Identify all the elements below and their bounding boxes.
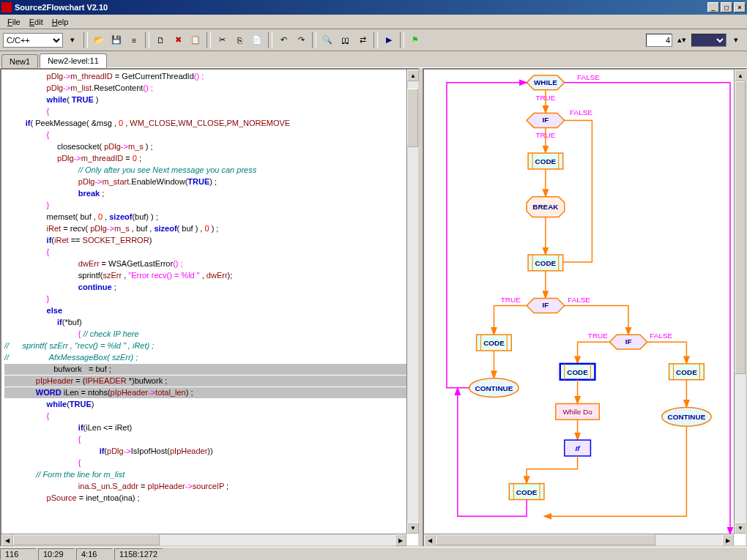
menu-edit[interactable]: Edit [25,16,48,28]
redo-icon[interactable]: ↷ [293,32,309,48]
svg-text:IF: IF [543,301,549,309]
tab-new1[interactable]: New1 [1,54,38,68]
copy-icon[interactable]: ⎘ [231,32,248,48]
workspace: pDlg->m_threadID = GetCurrentThreadId() … [0,67,747,547]
paste2-icon[interactable]: 📄 [249,32,265,48]
scroll-down-icon[interactable]: ▼ [407,522,419,534]
svg-text:CODE: CODE [535,259,557,267]
svg-text:FALSE: FALSE [650,332,672,340]
menu-help[interactable]: Help [48,16,73,28]
flag-icon[interactable]: ⚑ [407,32,423,48]
tab-new2[interactable]: New2-level:11 [40,53,107,68]
new-icon[interactable]: 🗋 [152,32,168,48]
close-button[interactable]: × [734,2,746,12]
tab-bar: New1 New2-level:11 [0,51,747,67]
scroll-right-icon[interactable]: ▶ [722,534,734,546]
svg-text:FALSE: FALSE [568,296,590,304]
flow-hscroll[interactable]: ◀ ▶ [424,534,734,545]
scroll-left-icon[interactable]: ◀ [424,534,436,546]
language-select[interactable]: C/C++ [3,33,63,48]
find-next-icon[interactable]: 🕮 [337,32,353,48]
flow-vscroll[interactable]: ▲ ▼ [734,70,746,534]
undo-icon[interactable]: ↶ [275,32,291,48]
scroll-right-icon[interactable]: ▶ [395,534,406,546]
code-vscroll[interactable]: ▲ ▼ [406,70,418,534]
maximize-button[interactable]: □ [721,2,732,12]
menu-file[interactable]: File [3,16,25,28]
svg-text:CONTINUE: CONTINUE [475,384,513,392]
play-icon[interactable]: ▶ [381,32,397,48]
scroll-up-icon[interactable]: ▲ [407,70,419,81]
svg-text:WHILE: WHILE [534,78,557,86]
app-icon [1,2,12,12]
find-icon[interactable]: 🔍 [319,32,335,48]
status-cell-1: 116 [0,548,37,560]
svg-text:TRUE: TRUE [588,332,608,340]
menu-bar: File Edit Help [0,15,747,29]
open-icon[interactable]: 📂 [91,32,107,48]
code-pane: pDlg->m_threadID = GetCurrentThreadId() … [0,68,420,547]
flowchart-svg: WHILE FALSE TRUE IF FALSE TRUE CODE BREA… [424,70,746,545]
svg-text:CONTINUE: CONTINUE [668,413,706,421]
svg-text:IF: IF [625,337,632,346]
code-editor[interactable]: pDlg->m_threadID = GetCurrentThreadId() … [1,70,418,545]
svg-text:FALSE: FALSE [570,108,592,116]
delete-icon[interactable]: ✖ [170,32,186,48]
scroll-left-icon[interactable]: ◀ [1,534,13,546]
window-title: Source2Flowchart V2.10 [15,3,706,12]
svg-text:TRUE: TRUE [501,296,521,304]
code-hscroll[interactable]: ◀ ▶ [1,534,406,545]
toolbar: C/C++ ▾ 📂 💾 ≡ 🗋 ✖ 📋 ✂ ⎘ 📄 ↶ ↷ 🔍 🕮 ⇄ ▶ ⚑ … [0,29,747,51]
scroll-thumb[interactable] [407,89,418,147]
zoom-select[interactable] [691,34,726,47]
svg-text:IF: IF [543,116,549,124]
scroll-thumb[interactable] [735,81,746,374]
zoom-dropdown-icon[interactable]: ▾ [728,32,744,48]
hscroll-thumb[interactable] [436,534,655,545]
svg-text:CODE: CODE [676,368,697,376]
level-input[interactable] [646,34,672,47]
dropdown-arrow-icon[interactable]: ▾ [64,32,81,48]
hscroll-thumb[interactable] [13,534,160,545]
svg-text:CODE: CODE [516,488,538,496]
svg-text:While Do: While Do [562,408,592,416]
status-cell-3: 4:16 [76,548,113,560]
scroll-down-icon[interactable]: ▼ [735,522,746,534]
scroll-up-icon[interactable]: ▲ [735,70,746,81]
status-cell-2: 10:29 [38,548,75,560]
svg-text:CODE: CODE [535,157,557,165]
list-icon[interactable]: ≡ [126,32,142,48]
svg-text:CODE: CODE [483,339,505,347]
svg-text:BREAK: BREAK [532,203,559,211]
status-cell-4: 1158:1272 [114,548,163,560]
flowchart-pane[interactable]: WHILE FALSE TRUE IF FALSE TRUE CODE BREA… [423,68,747,547]
svg-text:CODE: CODE [567,368,588,376]
replace-icon[interactable]: ⇄ [354,32,371,48]
cut-icon[interactable]: ✂ [214,32,230,48]
save-icon[interactable]: 💾 [108,32,124,48]
status-bar: 116 10:29 4:16 1158:1272 [0,547,747,560]
spinner-icon[interactable]: ▴▾ [674,32,690,48]
svg-text:FALSE: FALSE [577,73,600,81]
minimize-button[interactable]: _ [707,2,719,12]
paste-icon[interactable]: 📋 [187,32,204,48]
title-bar: Source2Flowchart V2.10 _ □ × [0,0,747,15]
